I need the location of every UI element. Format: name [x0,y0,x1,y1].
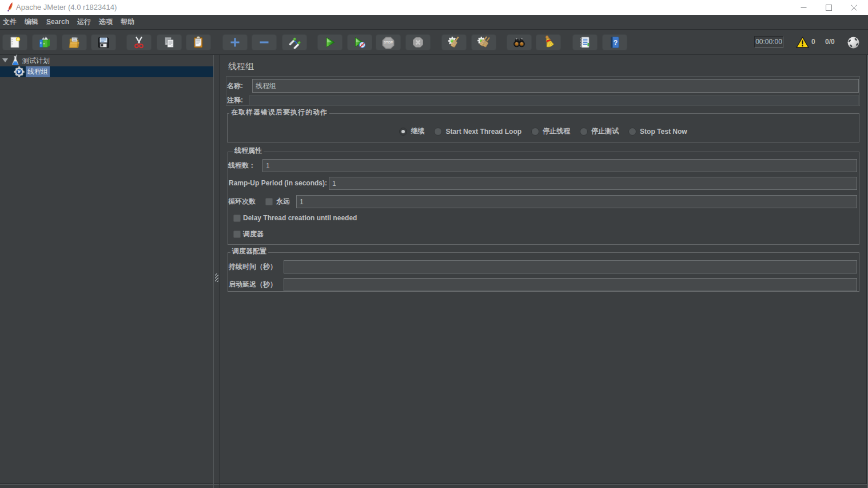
num-threads-input[interactable] [262,159,857,172]
error-action-radio-row: 继续 Start Next Thread Loop 停止线程 停止测试 Stop… [228,126,859,136]
test-plan-tree: 测试计划 线程组 [0,55,213,488]
thread-group-config-panel: 线程组 名称: 注释: 在取样器错误后要执行的动作 继续 Start Next … [220,55,868,488]
clear-icon [447,35,461,49]
copy-icon [162,35,176,49]
toggle-button[interactable] [282,34,307,50]
start-no-pauses-button[interactable] [347,34,372,50]
duration-input[interactable] [284,260,857,273]
minimize-button[interactable] [793,0,814,15]
search-reset-button[interactable] [536,34,561,50]
svg-text:?: ? [614,39,618,47]
radio-option-stop-thread[interactable]: 停止线程 [531,126,570,136]
help-button[interactable]: ? [602,34,627,50]
thread-properties-group-title: 线程属性 [233,146,264,154]
delay-thread-creation-label: Delay Thread creation until needed [243,211,357,226]
radio-icon[interactable] [628,128,636,136]
stop-button[interactable]: STOP [376,34,401,50]
search-icon [512,35,526,49]
main-panel-divider-line [219,55,220,488]
name-input[interactable] [252,79,859,93]
cut-button[interactable] [126,34,152,50]
error-action-group-title: 在取样器错误后要执行的动作 [229,108,329,116]
open-folder-icon [67,35,81,49]
content-area: 测试计划 线程组 线程组 [0,55,868,488]
tree-panel-divider-line [213,55,214,488]
loop-count-input[interactable] [296,195,857,208]
copy-button[interactable] [157,34,182,50]
maximize-button[interactable] [818,0,839,15]
num-threads-label: 线程数： [228,159,256,172]
menu-run[interactable]: 运行 [77,15,91,29]
toolbar: STOP [0,30,868,55]
duration-label: 持续时间（秒） [229,260,277,273]
splitter-grip[interactable] [215,273,218,282]
title-bar: Apache JMeter (4.0 r1823414) [0,0,868,15]
close-button[interactable] [843,0,865,15]
new-file-icon [8,35,22,49]
menu-options[interactable]: 选项 [98,15,113,29]
radio-icon[interactable] [434,128,442,136]
startup-delay-input[interactable] [284,278,857,291]
save-button[interactable] [91,34,116,50]
tree-item-thread-group[interactable]: 线程组 [0,66,213,77]
expand-collapse-arrow-icon[interactable] [2,58,8,62]
paste-button[interactable] [186,34,211,50]
radio-icon[interactable] [399,128,407,136]
test-timer-display: 00:00:00 [754,36,783,48]
tree-item-test-plan[interactable]: 测试计划 [0,55,213,66]
menu-help[interactable]: 帮助 [120,15,135,29]
radio-option-start-next-loop[interactable]: Start Next Thread Loop [434,128,521,136]
clear-all-icon [477,35,491,49]
scheduler-label: 调度器 [243,227,264,242]
function-helper-button[interactable] [572,34,598,50]
shutdown-icon [411,35,425,49]
error-warning-count[interactable]: 0 [811,36,815,48]
radio-option-continue[interactable]: 继续 [399,126,424,136]
startup-delay-label: 启动延迟（秒） [229,278,277,291]
panel-title: 线程组 [228,61,254,72]
loop-count-label: 循环次数 [228,195,256,208]
templates-button[interactable] [32,34,57,50]
error-action-groupbox: 在取样器错误后要执行的动作 继续 Start Next Thread Loop … [227,113,859,142]
function-helper-icon [578,35,592,49]
new-file-button[interactable] [2,34,27,50]
clear-button[interactable] [441,34,467,50]
tree-item-label[interactable]: 测试计划 [22,55,50,66]
remote-indicator-icon [847,37,859,49]
remove-icon [257,35,271,49]
warning-triangle-icon[interactable] [796,37,809,48]
start-button[interactable] [317,34,343,50]
add-button[interactable] [222,34,248,50]
delay-thread-creation-checkbox[interactable] [233,215,241,222]
test-plan-flask-icon [11,54,19,66]
rampup-input[interactable] [329,177,857,190]
comment-input[interactable] [249,95,859,106]
remove-button[interactable] [252,34,277,50]
radio-icon[interactable] [580,128,588,136]
shutdown-button[interactable] [405,34,431,50]
search-reset-icon [541,35,555,49]
menu-file[interactable]: 文件 [2,15,17,29]
scheduler-checkbox[interactable] [233,231,241,238]
help-icon: ? [608,35,622,49]
radio-icon[interactable] [531,128,539,136]
clear-all-button[interactable] [471,34,496,50]
radio-option-stop-test[interactable]: 停止测试 [580,126,619,136]
open-folder-button[interactable] [62,34,87,50]
radio-option-stop-test-now[interactable]: Stop Test Now [628,128,687,136]
menu-search[interactable]: Search [46,15,70,29]
forever-checkbox[interactable] [265,198,273,205]
svg-text:STOP: STOP [384,41,393,44]
tree-item-label[interactable]: 线程组 [26,66,50,77]
forever-label: 永远 [276,195,290,208]
paste-icon [192,35,205,49]
search-button[interactable] [507,34,532,50]
start-icon [323,35,337,49]
add-icon [228,35,242,49]
menu-edit[interactable]: 编辑 [24,15,39,29]
toggle-icon [288,35,301,49]
bottom-strip [0,485,868,488]
thread-group-gear-icon [14,66,25,77]
active-total-threads: 0/0 [825,36,835,48]
templates-icon [38,35,51,49]
